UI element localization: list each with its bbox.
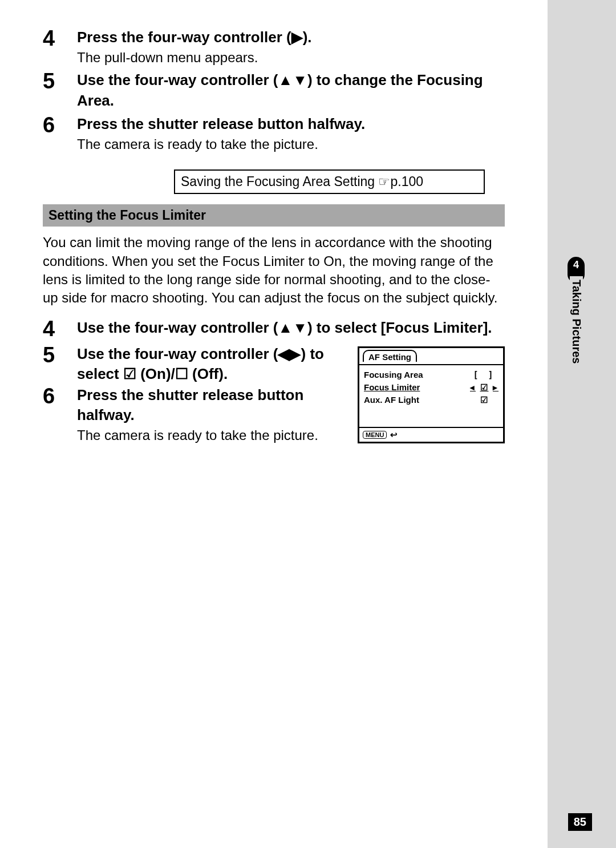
section-heading-bar: Setting the Focus Limiter bbox=[43, 204, 505, 227]
step-heading: Press the four-way controller (▶). bbox=[77, 27, 505, 47]
step-heading: Use the four-way controller (▲▼) to chan… bbox=[77, 70, 505, 110]
step-heading: Use the four-way controller (▲▼) to sele… bbox=[77, 318, 505, 338]
step-subtext: The pull-down menu appears. bbox=[77, 49, 505, 67]
menu-footer: MENU ↩ bbox=[359, 427, 503, 442]
cross-reference-box: Saving the Focusing Area Setting ☞p.100 bbox=[174, 169, 485, 194]
menu-button-label: MENU bbox=[363, 431, 387, 439]
right-arrow-icon: ▸ bbox=[493, 382, 499, 393]
step-subtext: The camera is ready to take the picture. bbox=[77, 135, 505, 154]
menu-item-aux-af-light: Aux. AF Light ☑ bbox=[364, 394, 499, 406]
step-number: 6 bbox=[43, 385, 77, 445]
menu-item-label: Aux. AF Light bbox=[364, 395, 470, 405]
menu-item-label: Focus Limiter bbox=[364, 382, 470, 392]
page-number: 85 bbox=[568, 813, 592, 831]
menu-item-focus-limiter: Focus Limiter ◂ ☑ ▸ bbox=[364, 381, 499, 394]
step-number: 5 bbox=[43, 70, 77, 110]
menu-tab: AF Setting bbox=[363, 350, 417, 362]
manual-page: 4 Press the four-way controller (▶). The… bbox=[0, 0, 548, 848]
step-a-6: 6 Press the shutter release button halfw… bbox=[43, 114, 505, 154]
step-b-5: 5 Use the four-way controller (◀▶) to se… bbox=[43, 344, 347, 384]
menu-item-label: Focusing Area bbox=[364, 370, 470, 379]
checkbox-on-icon: ☑ bbox=[470, 395, 499, 405]
step-number: 6 bbox=[43, 114, 77, 154]
checkbox-on-icon: ☑ bbox=[480, 382, 489, 393]
step-subtext: The camera is ready to take the picture. bbox=[77, 426, 347, 445]
step-number: 4 bbox=[43, 318, 77, 341]
step-b-6: 6 Press the shutter release button halfw… bbox=[43, 385, 347, 445]
sidebar-gray-strip bbox=[548, 0, 616, 848]
section-body-paragraph: You can limit the moving range of the le… bbox=[43, 233, 505, 308]
menu-item-value: ◂ ☑ ▸ bbox=[470, 382, 499, 393]
camera-menu-screenshot: AF Setting Focusing Area [ ] Focus Limit… bbox=[358, 346, 505, 443]
step-heading: Press the shutter release button halfway… bbox=[77, 385, 347, 425]
return-icon: ↩ bbox=[390, 430, 398, 440]
step-a-5: 5 Use the four-way controller (▲▼) to ch… bbox=[43, 70, 505, 110]
chapter-side-tab: 4 Taking Pictures bbox=[568, 257, 585, 364]
chapter-label: Taking Pictures bbox=[570, 276, 583, 364]
step-b-4: 4 Use the four-way controller (▲▼) to se… bbox=[43, 318, 505, 341]
menu-item-focusing-area: Focusing Area [ ] bbox=[364, 369, 499, 381]
focus-area-icon: [ ] bbox=[470, 370, 499, 380]
left-arrow-icon: ◂ bbox=[470, 382, 476, 393]
step-a-4: 4 Press the four-way controller (▶). The… bbox=[43, 27, 505, 67]
step-heading: Use the four-way controller (◀▶) to sele… bbox=[77, 344, 347, 384]
step-number: 5 bbox=[43, 344, 77, 384]
step-number: 4 bbox=[43, 27, 77, 67]
step-heading: Press the shutter release button halfway… bbox=[77, 114, 505, 134]
